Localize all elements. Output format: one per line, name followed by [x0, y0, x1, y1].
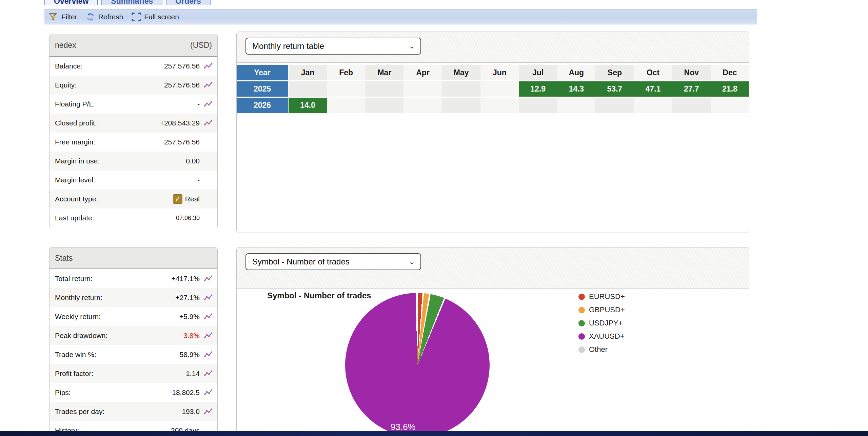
symbol-pie-chart: 93.6%: [345, 293, 490, 433]
account-dashboard: OverviewSummariesOrders Filter Re: [0, 0, 868, 436]
monthly-return-table: YearJanFebMarAprMayJunJulAugSepOctNovDec…: [237, 65, 749, 114]
mini-line-chart-icon[interactable]: [202, 388, 214, 397]
row-value: 193.0: [104, 408, 202, 416]
month-value-cell: [403, 81, 442, 97]
monthly-view-select[interactable]: Monthly return table ⌄: [245, 38, 421, 55]
checked-checkbox-icon[interactable]: ✓: [173, 194, 182, 204]
row-label: Closed profit:: [55, 119, 97, 127]
row-value: -3.8%: [107, 332, 202, 340]
month-header-cell: Nov: [672, 65, 711, 80]
info-row: Trade win %: 58.9%: [50, 345, 217, 364]
chevron-down-icon: ⌄: [409, 42, 415, 51]
legend-color-dot: [578, 307, 585, 313]
month-value-cell: 53.7: [595, 81, 634, 97]
month-value-cell: [557, 98, 595, 113]
mini-line-chart-icon[interactable]: [202, 369, 214, 378]
tab-summaries[interactable]: Summaries: [101, 0, 162, 5]
table-row: 202512.914.353.747.127.721.8: [237, 81, 749, 97]
account-name: nedex: [55, 41, 76, 50]
mini-line-chart-icon[interactable]: [202, 81, 214, 90]
tab-orders[interactable]: Orders: [166, 0, 210, 5]
year-cell: 2025: [237, 81, 288, 97]
filter-funnel-icon: [48, 13, 59, 21]
mini-line-chart-icon[interactable]: [202, 100, 214, 108]
legend-item-xauusd[interactable]: XAUUSD+: [578, 332, 625, 341]
row-value: 257,576.56: [77, 81, 202, 89]
row-label: Peak drawdown:: [55, 332, 107, 340]
info-row: Equity: 257,576.56: [50, 76, 217, 95]
account-rows: Balance: 257,576.56 Equity: 257,576.56: [50, 57, 217, 227]
table-header-row: YearJanFebMarAprMayJunJulAugSepOctNovDec: [237, 65, 749, 80]
mini-line-chart-icon[interactable]: [202, 138, 214, 146]
info-row: Profit factor: 1.14: [50, 364, 217, 383]
month-header-cell: Dec: [711, 65, 749, 80]
mini-line-chart-icon[interactable]: [202, 312, 214, 321]
mini-line-chart-icon[interactable]: [202, 407, 214, 416]
row-label: Account type:: [55, 195, 98, 203]
month-value-cell: [365, 81, 403, 97]
row-value: 07:06:30: [94, 215, 202, 222]
month-value-cell: [480, 98, 519, 113]
info-row: Last update: 07:06:30: [50, 209, 217, 227]
monthly-return-panel: Monthly return table ⌄ YearJanFebMarAprM…: [236, 32, 749, 233]
row-value: -: [95, 100, 202, 108]
month-value-cell: [634, 98, 672, 113]
row-label: Total return:: [55, 275, 93, 283]
row-label: Trade win %:: [55, 351, 96, 359]
info-row: Balance: 257,576.56: [50, 57, 217, 76]
fullscreen-button[interactable]: Full screen: [131, 13, 179, 21]
info-row: Floating P/L: -: [50, 95, 217, 114]
month-value-cell: 21.8: [711, 81, 749, 97]
mini-line-chart-icon[interactable]: [202, 293, 214, 302]
month-value-cell: [595, 98, 634, 113]
tab-overview[interactable]: Overview: [44, 0, 98, 5]
legend-label: USDJPY+: [589, 319, 623, 328]
mini-line-chart-icon[interactable]: [202, 62, 214, 71]
filter-button[interactable]: Filter: [48, 13, 77, 21]
mini-line-chart-icon[interactable]: [202, 157, 214, 165]
mini-line-chart-icon[interactable]: [202, 119, 214, 127]
legend-color-dot: [578, 333, 585, 340]
mini-line-chart-icon[interactable]: [202, 214, 214, 222]
month-value-cell: [327, 81, 365, 97]
month-value-cell: [519, 98, 557, 113]
row-value: +27.1%: [102, 294, 202, 302]
month-header-cell: Aug: [557, 65, 595, 80]
mini-line-chart-icon[interactable]: [202, 331, 214, 340]
info-row: Margin in use: 0.00: [50, 152, 217, 171]
month-value-cell: [365, 98, 403, 113]
info-row: Pips: -18,802.5: [50, 383, 217, 402]
checkbox-label: Real: [185, 195, 200, 203]
row-label: Margin in use:: [55, 157, 100, 165]
month-header-cell: May: [442, 65, 480, 80]
legend-item-gbpusd[interactable]: GBPUSD+: [578, 305, 625, 314]
mini-line-chart-icon[interactable]: [202, 274, 214, 283]
legend-item-eurusd[interactable]: EURUSD+: [578, 292, 625, 301]
row-value: 0.00: [100, 157, 202, 165]
info-row: Peak drawdown: -3.8%: [50, 326, 217, 345]
legend-item-usdjpy[interactable]: USDJPY+: [578, 319, 625, 328]
tab-strip: OverviewSummariesOrders: [44, 0, 211, 5]
month-value-cell: [480, 81, 519, 97]
info-row: Monthly return: +27.1%: [50, 288, 217, 307]
legend-label: GBPUSD+: [589, 305, 625, 314]
legend-color-dot: [578, 294, 585, 300]
month-value-cell: [711, 98, 749, 113]
year-header-cell: Year: [237, 65, 288, 80]
refresh-button[interactable]: Refresh: [85, 13, 123, 21]
row-label: Free margin:: [55, 138, 95, 146]
mini-line-chart-icon[interactable]: [202, 350, 214, 359]
mini-line-chart-icon[interactable]: [202, 176, 214, 184]
row-label: Monthly return:: [55, 294, 102, 302]
symbol-view-select[interactable]: Symbol - Number of trades ⌄: [245, 253, 421, 270]
filter-label: Filter: [61, 13, 77, 21]
row-label: Profit factor:: [55, 370, 93, 378]
month-header-cell: Feb: [327, 65, 365, 80]
stats-title: Stats: [55, 254, 73, 263]
legend-color-dot: [578, 320, 585, 326]
mini-line-chart-icon[interactable]: [202, 195, 214, 203]
row-label: Pips:: [55, 389, 71, 397]
row-value: 1.14: [93, 370, 202, 378]
legend-item-other[interactable]: Other: [578, 345, 625, 354]
month-value-cell: [442, 98, 480, 113]
